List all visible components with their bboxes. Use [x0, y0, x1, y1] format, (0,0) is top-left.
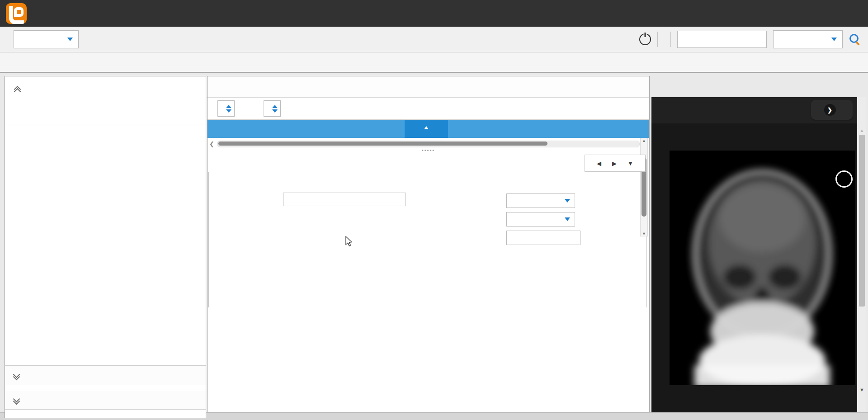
filename-input[interactable] [283, 193, 406, 206]
tab-scroller: ◀ ▶ ▼ [585, 155, 646, 172]
top-brand-bar [0, 0, 868, 27]
sort-ascending-icon [424, 126, 429, 129]
dicom-header: ❯ [651, 97, 857, 123]
table-header [208, 120, 649, 138]
dicom-toolbar [651, 123, 857, 129]
search-mode-select[interactable] [773, 30, 843, 48]
mouse-cursor [345, 236, 353, 247]
dicom-panel-scrollbar[interactable]: ▲ ▼ [858, 97, 866, 412]
scroll-down-icon[interactable]: ▼ [859, 387, 864, 392]
expand-down-icon [13, 396, 20, 403]
browser-sidebar [5, 76, 206, 418]
documents-panel: ▲ ▼ ❮ ❯ ••••• ◀ ▶ ▼ [207, 76, 650, 412]
chevron-down-icon [831, 38, 837, 41]
search-input[interactable] [677, 31, 767, 48]
menu-bar [0, 27, 868, 52]
chevron-down-icon [565, 217, 570, 221]
brand-text [34, 4, 60, 5]
table-vertical-scrollbar[interactable]: ▲ ▼ [640, 138, 648, 236]
chevron-down-icon [565, 199, 570, 203]
scrollbar-thumb[interactable] [218, 142, 547, 146]
spinner-icon[interactable] [226, 105, 231, 113]
scroll-down-icon[interactable]: ▼ [642, 231, 646, 236]
chevron-right-icon: ❯ [824, 104, 836, 116]
collapse-up-icon [14, 85, 21, 92]
divider [657, 32, 658, 47]
scroll-left-icon[interactable]: ❮ [209, 141, 214, 147]
pagination-bar [208, 98, 649, 120]
display-count-input[interactable] [217, 100, 235, 117]
scroll-up-icon[interactable]: ▲ [860, 128, 864, 133]
search-icon[interactable] [849, 33, 861, 45]
language-select[interactable] [506, 193, 575, 208]
logicaldoc-app: ▲ ▼ ❮ ❯ ••••• ◀ ▶ ▼ [0, 0, 868, 420]
xray-image[interactable] [670, 151, 855, 385]
new-tag-input[interactable] [506, 231, 580, 245]
help-button[interactable]: ❯ [811, 100, 853, 120]
tag-select[interactable] [506, 212, 575, 227]
properties-panel [208, 172, 646, 307]
tab-scroll-right-icon[interactable]: ▶ [612, 160, 617, 167]
tab-list-icon[interactable]: ▼ [627, 160, 633, 167]
browser-section-header[interactable] [5, 76, 206, 101]
divider [670, 32, 671, 47]
logout-power-icon[interactable] [639, 33, 651, 45]
sidebar-section-bookmarks[interactable] [5, 365, 206, 385]
detail-tab-bar: ◀ ▶ ▼ [208, 155, 649, 172]
scrollbar-thumb[interactable] [859, 135, 865, 307]
folder-tree [5, 124, 206, 127]
panel-resize-handle[interactable]: ••••• [208, 148, 649, 154]
sidebar-section-trash[interactable] [5, 390, 206, 410]
expand-down-icon [13, 372, 20, 378]
main-tab-bar [0, 52, 868, 73]
tab-scroll-left-icon[interactable]: ◀ [597, 160, 601, 167]
chevron-down-icon [67, 38, 73, 41]
documents-toolbar [208, 76, 649, 98]
scroll-up-icon[interactable]: ▲ [642, 138, 646, 143]
folder-actions [5, 101, 206, 124]
layout-select[interactable] [14, 30, 79, 48]
dicom-viewer-panel: ❯ [651, 97, 857, 412]
table-horizontal-scrollbar[interactable]: ❮ ❯ [209, 139, 647, 148]
column-file-version[interactable] [405, 120, 448, 138]
skull-xray-graphic [670, 151, 855, 385]
page-number-input[interactable] [264, 100, 281, 117]
logicaldoc-logo-icon [6, 3, 27, 24]
spinner-icon[interactable] [272, 105, 278, 113]
